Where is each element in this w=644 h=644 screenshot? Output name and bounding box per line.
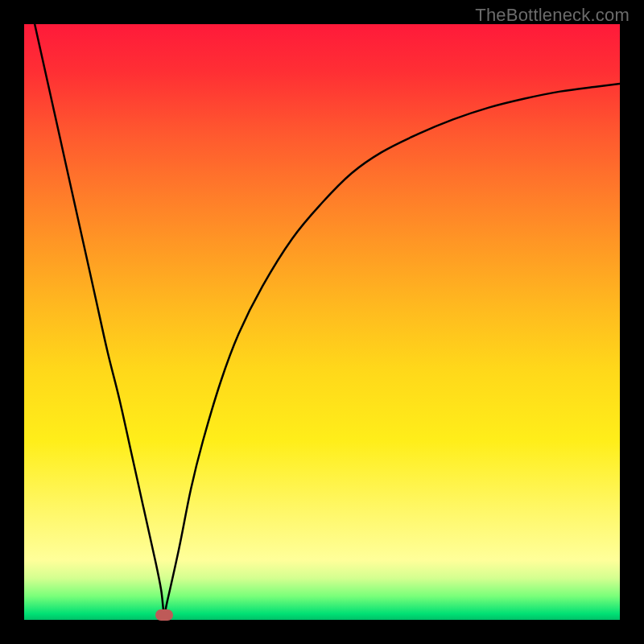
chart-frame: TheBottleneck.com: [0, 0, 644, 644]
bottleneck-curve: [24, 24, 620, 614]
plot-area: [24, 24, 620, 620]
watermark-text: TheBottleneck.com: [475, 5, 630, 26]
curve-layer: [24, 24, 620, 620]
min-marker: [155, 609, 173, 621]
